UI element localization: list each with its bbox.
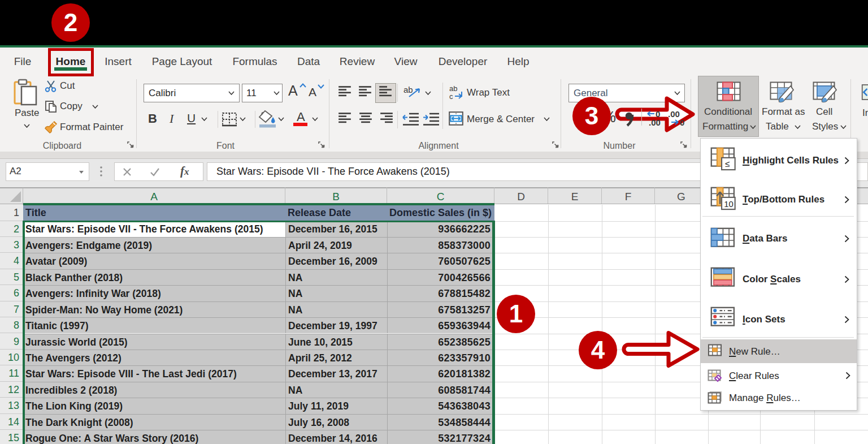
svg-text:0: 0: [680, 118, 684, 127]
svg-text:.00: .00: [668, 110, 680, 119]
svg-text:.00: .00: [649, 118, 661, 127]
